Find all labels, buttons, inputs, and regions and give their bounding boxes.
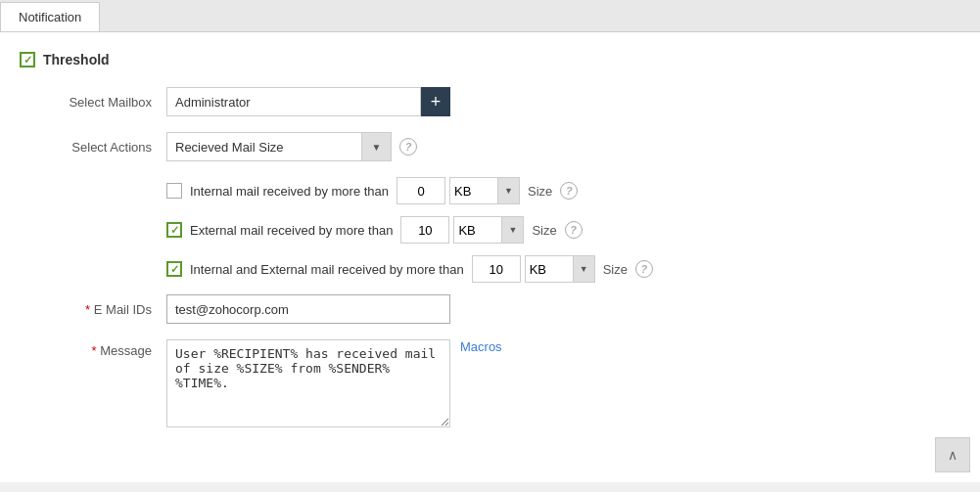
tab-bar: Notification — [0, 0, 980, 32]
internal-external-mail-value[interactable] — [472, 255, 521, 283]
message-label: Message — [39, 339, 166, 358]
external-mail-checkbox[interactable] — [166, 222, 182, 238]
actions-dropdown-wrapper: Recieved Mail Size ▼ — [166, 132, 392, 161]
scroll-top-button[interactable]: ∧ — [935, 437, 970, 472]
notification-tab[interactable]: Notification — [0, 2, 100, 31]
email-ids-row: E Mail IDs — [39, 294, 960, 324]
internal-help-icon[interactable]: ? — [560, 182, 578, 200]
internal-external-mail-condition: Internal and External mail received by m… — [166, 255, 960, 283]
macros-link[interactable]: Macros — [460, 339, 502, 354]
email-ids-label: E Mail IDs — [39, 302, 166, 317]
condition-rows: Internal mail received by more than KB ▼… — [166, 177, 960, 283]
external-help-icon[interactable]: ? — [565, 221, 583, 239]
external-size-label: Size — [532, 223, 556, 238]
actions-help-icon[interactable]: ? — [399, 138, 417, 156]
threshold-label: Threshold — [43, 52, 110, 67]
internal-mail-text: Internal mail received by more than — [190, 184, 389, 199]
select-actions-row: Select Actions Recieved Mail Size ▼ ? — [39, 132, 960, 161]
select-mailbox-row: Select Mailbox + — [39, 87, 960, 116]
internal-unit-select[interactable]: KB — [449, 177, 498, 204]
internal-external-unit-select[interactable]: KB — [525, 255, 574, 283]
internal-external-mail-text: Internal and External mail received by m… — [190, 262, 464, 277]
internal-size-label: Size — [528, 184, 552, 199]
mailbox-input-group: + — [166, 87, 450, 116]
internal-mail-condition: Internal mail received by more than KB ▼… — [166, 177, 960, 204]
internal-external-help-icon[interactable]: ? — [635, 260, 653, 278]
internal-mail-checkbox[interactable] — [166, 183, 182, 199]
threshold-checkbox[interactable] — [20, 52, 35, 67]
external-mail-value[interactable] — [400, 216, 449, 244]
actions-select[interactable]: Recieved Mail Size — [166, 132, 362, 161]
internal-external-mail-checkbox[interactable] — [166, 261, 182, 277]
actions-dropdown-arrow[interactable]: ▼ — [362, 132, 392, 161]
select-mailbox-label: Select Mailbox — [39, 95, 166, 110]
internal-mail-value[interactable] — [397, 177, 445, 204]
select-actions-label: Select Actions — [39, 140, 166, 155]
email-ids-input[interactable] — [166, 294, 450, 324]
external-unit-wrapper: KB ▼ — [453, 216, 524, 244]
internal-external-unit-wrapper: KB ▼ — [525, 255, 595, 283]
internal-unit-arrow[interactable]: ▼ — [498, 177, 520, 204]
external-unit-select[interactable]: KB — [453, 216, 502, 244]
external-unit-arrow[interactable]: ▼ — [502, 216, 524, 244]
internal-external-size-label: Size — [603, 262, 628, 277]
add-mailbox-button[interactable]: + — [421, 87, 450, 116]
mailbox-input[interactable] — [166, 87, 421, 116]
internal-unit-wrapper: KB ▼ — [449, 177, 520, 204]
message-textarea[interactable] — [166, 339, 450, 427]
external-mail-condition: External mail received by more than KB ▼… — [166, 216, 960, 244]
internal-external-unit-arrow[interactable]: ▼ — [574, 255, 595, 283]
message-row: Message Macros — [39, 339, 960, 427]
external-mail-text: External mail received by more than — [190, 223, 393, 238]
select-actions-group: Recieved Mail Size ▼ ? — [166, 132, 417, 161]
page-container: Notification Threshold Select Mailbox + … — [0, 0, 980, 492]
threshold-section-header: Threshold — [20, 52, 960, 67]
content-area: Threshold Select Mailbox + Select Action… — [0, 32, 980, 482]
